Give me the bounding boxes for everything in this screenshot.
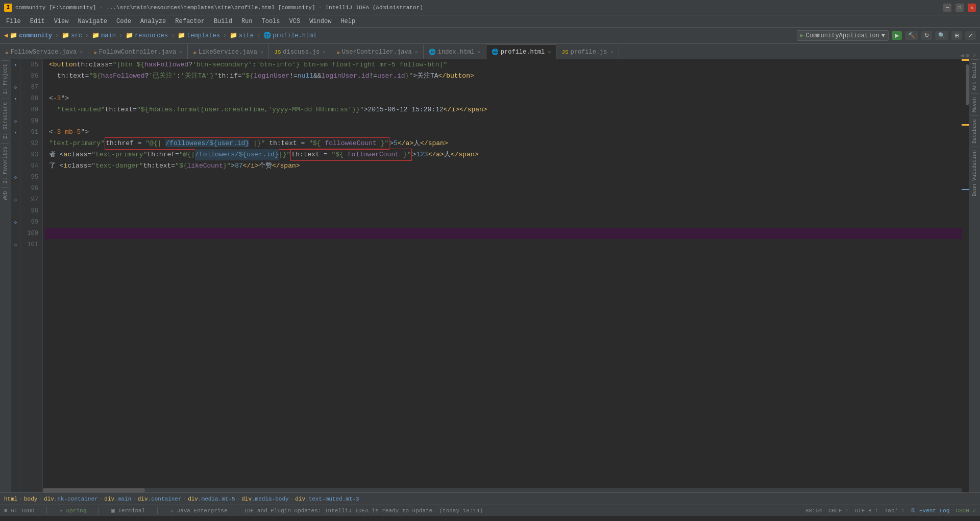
- status-tab[interactable]: Tab* :: [885, 508, 905, 514]
- status-crlf[interactable]: CRLF :: [828, 508, 849, 514]
- tab-close-3[interactable]: ✕: [260, 49, 263, 55]
- tab-close-7[interactable]: ✕: [548, 49, 551, 55]
- status-encoding[interactable]: UTF-8 :: [855, 508, 878, 514]
- tab-profile-html[interactable]: 🌐 profile.html ✕: [486, 44, 556, 59]
- app-icon: I: [4, 4, 12, 12]
- menu-refactor[interactable]: Refactor: [171, 17, 209, 26]
- overview-scrollbar[interactable]: [962, 59, 969, 492]
- menu-window[interactable]: Window: [305, 17, 335, 26]
- menu-vcs[interactable]: VCS: [285, 17, 305, 26]
- title-bar-controls[interactable]: — ❐ ✕: [943, 4, 976, 12]
- maximize-button[interactable]: ⤢: [965, 31, 976, 40]
- menu-edit[interactable]: Edit: [26, 17, 49, 26]
- tab-follow-service[interactable]: ☕ FollowService.java ✕: [0, 44, 88, 59]
- linenum-91: 91: [20, 127, 42, 138]
- code-line-94: 了 < i class = "text-danger" th:text = "$…: [45, 160, 962, 172]
- close-button[interactable]: ✕: [968, 4, 976, 12]
- tab-close-8[interactable]: ✕: [610, 49, 614, 55]
- tab-close-6[interactable]: ✕: [478, 49, 481, 55]
- tab-follow-controller[interactable]: ☕ FollowController.java ✕: [88, 44, 188, 59]
- gutter-85[interactable]: ▾: [11, 59, 20, 70]
- menu-run[interactable]: Run: [237, 17, 257, 26]
- panel-project[interactable]: 1: Project: [2, 60, 9, 98]
- code-line-101: [45, 239, 962, 250]
- right-panel-database[interactable]: Database: [971, 115, 978, 147]
- status-terminal[interactable]: ▣ Terminal: [111, 507, 145, 514]
- bc-div-main[interactable]: div.main: [104, 496, 131, 502]
- h-scrollbar-thumb[interactable]: [43, 488, 145, 492]
- menu-analyze[interactable]: Analyze: [136, 17, 170, 26]
- bc-sep-3: ›: [100, 496, 103, 502]
- gutter-87[interactable]: ◇: [11, 82, 20, 93]
- tab-close-2[interactable]: ✕: [179, 49, 182, 55]
- tab-profile-js[interactable]: JS profile.js ✕: [556, 44, 619, 59]
- tab-index-html[interactable]: 🌐 index.html ✕: [424, 44, 486, 59]
- status-spring[interactable]: ✦ Spring: [59, 507, 86, 514]
- nav-site[interactable]: 📁 site: [230, 32, 254, 39]
- bc-div-container[interactable]: div.container: [138, 496, 182, 502]
- nav-templates[interactable]: 📁 templates: [178, 32, 220, 39]
- code-area[interactable]: <button th:class = " |btn ${ hasFollowed…: [43, 59, 962, 492]
- bc-div-text-muted-mt3[interactable]: div.text-muted.mt-3: [295, 496, 359, 502]
- menu-tools[interactable]: Tools: [258, 17, 284, 26]
- build-button[interactable]: 🔨: [905, 31, 918, 40]
- nav-project[interactable]: 📁 community: [10, 32, 52, 39]
- nav-src[interactable]: 📁 src: [62, 32, 82, 39]
- gutter-88[interactable]: ▾: [11, 93, 20, 104]
- horizontal-scrollbar[interactable]: [43, 488, 962, 492]
- tabs-scroll-left[interactable]: ◀: [961, 52, 964, 59]
- panel-favorites[interactable]: 2: Favorites: [2, 143, 9, 186]
- bc-div-media-body[interactable]: div.media-body: [241, 496, 288, 502]
- status-event-log[interactable]: ① Event Log: [911, 507, 949, 514]
- run-config-selector[interactable]: ▶ CommunityApplication ▼: [797, 30, 889, 41]
- status-java-enterprise[interactable]: ☕ Java Enterprise: [170, 507, 227, 514]
- tab-like-service[interactable]: ☕ LikeService.java ✕: [188, 44, 269, 59]
- nav-resources[interactable]: 📁 resources: [126, 32, 168, 39]
- gutter-90[interactable]: ◇: [11, 115, 20, 127]
- menu-view[interactable]: View: [50, 17, 73, 26]
- bc-body[interactable]: body: [24, 496, 37, 502]
- status-csdn[interactable]: CSDN ✓: [955, 507, 976, 514]
- tab-close-4[interactable]: ✕: [323, 49, 326, 55]
- editor[interactable]: ▾ ◇ ▾ ◇ ▾ ◇ ◇ ◇ ◇ 85 86: [11, 59, 969, 492]
- left-panel: 1: Project Z: Structure 2: Favorites Web: [0, 59, 11, 492]
- right-panel-maven[interactable]: Maven: [971, 93, 978, 115]
- panel-web[interactable]: Web: [2, 187, 9, 203]
- gutter-86: [11, 70, 20, 82]
- gutter-101[interactable]: ◇: [11, 239, 20, 250]
- gutter-94: [11, 160, 20, 172]
- panel-structure[interactable]: Z: Structure: [2, 99, 9, 142]
- v-scrollbar-thumb[interactable]: [966, 64, 969, 105]
- tab-close-1[interactable]: ✕: [80, 49, 83, 55]
- bc-div-media-mt5[interactable]: div.media.mt-5: [188, 496, 235, 502]
- linenum-96: 96: [20, 183, 42, 194]
- menu-code[interactable]: Code: [112, 17, 135, 26]
- tab-discuss-js[interactable]: JS discuss.js ✕: [269, 44, 331, 59]
- bc-html[interactable]: html: [4, 496, 17, 502]
- reload-button[interactable]: ↻: [921, 31, 932, 40]
- menu-build[interactable]: Build: [210, 17, 236, 26]
- menu-navigate[interactable]: Navigate: [74, 17, 111, 26]
- search-button[interactable]: 🔍: [935, 31, 948, 40]
- tab-label-6: index.html: [438, 49, 475, 56]
- gutter-91[interactable]: ▾: [11, 127, 20, 138]
- nav-main[interactable]: 📁 main: [92, 32, 116, 39]
- nav-profile-html[interactable]: 🌐 profile.html: [263, 32, 316, 39]
- gutter-99[interactable]: ◇: [11, 217, 20, 228]
- layout-button[interactable]: ⊞: [951, 31, 962, 40]
- gutter-97[interactable]: ◇: [11, 194, 20, 205]
- tab-close-5[interactable]: ✕: [415, 49, 418, 55]
- right-panel-bean-validation[interactable]: Bean Validation: [971, 147, 978, 199]
- run-button[interactable]: ▶: [892, 31, 902, 40]
- bc-div-nk-container[interactable]: div.nk-container: [44, 496, 98, 502]
- status-position[interactable]: 88:54: [805, 508, 822, 514]
- right-panel-art-build[interactable]: Art Build: [971, 59, 978, 93]
- linenum-101: 101: [20, 239, 42, 250]
- menu-file[interactable]: File: [2, 17, 25, 26]
- tab-user-controller[interactable]: ☕ UserController.java ✕: [331, 44, 423, 59]
- status-todo[interactable]: ≡ 6: TODO: [4, 508, 34, 514]
- menu-help[interactable]: Help: [336, 17, 359, 26]
- minimize-button[interactable]: —: [943, 4, 951, 12]
- gutter-95[interactable]: ◇: [11, 172, 20, 183]
- restore-button[interactable]: ❐: [955, 4, 964, 12]
